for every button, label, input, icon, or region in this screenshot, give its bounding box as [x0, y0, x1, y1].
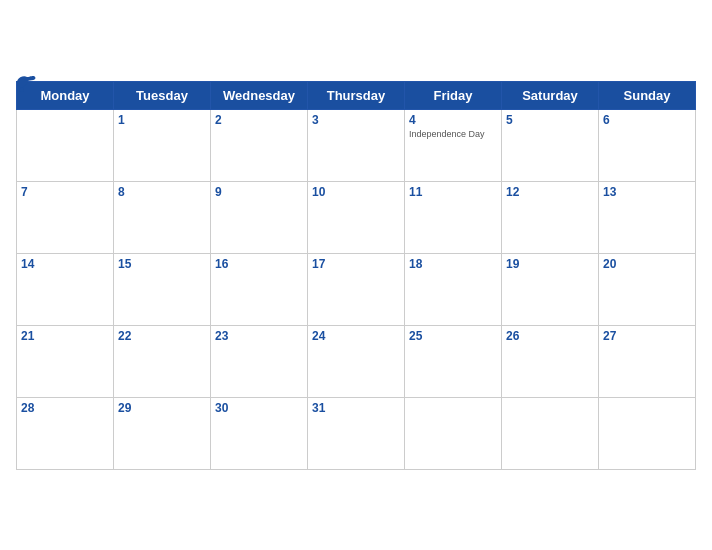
calendar-day-cell: 10 [308, 181, 405, 253]
day-number: 8 [118, 185, 206, 199]
calendar-day-cell: 19 [502, 253, 599, 325]
calendar-day-cell: 5 [502, 109, 599, 181]
calendar-day-cell: 11 [405, 181, 502, 253]
calendar-day-cell: 24 [308, 325, 405, 397]
calendar-week-row: 78910111213 [17, 181, 696, 253]
calendar-day-cell: 17 [308, 253, 405, 325]
day-number: 16 [215, 257, 303, 271]
calendar-thead: MondayTuesdayWednesdayThursdayFridaySatu… [17, 81, 696, 109]
calendar-day-cell: 12 [502, 181, 599, 253]
weekday-header-wednesday: Wednesday [211, 81, 308, 109]
day-number: 29 [118, 401, 206, 415]
calendar-day-cell [599, 397, 696, 469]
day-number: 11 [409, 185, 497, 199]
day-number: 23 [215, 329, 303, 343]
calendar-day-cell: 8 [114, 181, 211, 253]
calendar-day-cell [502, 397, 599, 469]
weekday-header-friday: Friday [405, 81, 502, 109]
calendar-day-cell: 13 [599, 181, 696, 253]
day-number: 19 [506, 257, 594, 271]
calendar-day-cell [17, 109, 114, 181]
calendar-day-cell: 1 [114, 109, 211, 181]
calendar-day-cell: 18 [405, 253, 502, 325]
calendar-container: MondayTuesdayWednesdayThursdayFridaySatu… [0, 65, 712, 486]
calendar-day-cell: 22 [114, 325, 211, 397]
calendar-day-cell: 7 [17, 181, 114, 253]
day-number: 6 [603, 113, 691, 127]
calendar-day-cell: 4Independence Day [405, 109, 502, 181]
weekday-header-sunday: Sunday [599, 81, 696, 109]
calendar-day-cell: 3 [308, 109, 405, 181]
day-number: 4 [409, 113, 497, 127]
day-number: 15 [118, 257, 206, 271]
day-number: 5 [506, 113, 594, 127]
day-number: 26 [506, 329, 594, 343]
calendar-day-cell: 29 [114, 397, 211, 469]
calendar-week-row: 21222324252627 [17, 325, 696, 397]
day-number: 27 [603, 329, 691, 343]
calendar-day-cell: 6 [599, 109, 696, 181]
calendar-day-cell: 14 [17, 253, 114, 325]
calendar-day-cell: 16 [211, 253, 308, 325]
calendar-day-cell: 21 [17, 325, 114, 397]
brand-bird-icon [16, 75, 38, 93]
day-number: 17 [312, 257, 400, 271]
day-number: 1 [118, 113, 206, 127]
calendar-day-cell: 2 [211, 109, 308, 181]
day-number: 20 [603, 257, 691, 271]
calendar-day-cell: 15 [114, 253, 211, 325]
weekday-header-row: MondayTuesdayWednesdayThursdayFridaySatu… [17, 81, 696, 109]
day-number: 31 [312, 401, 400, 415]
holiday-label: Independence Day [409, 129, 497, 140]
calendar-day-cell: 26 [502, 325, 599, 397]
brand-logo-area [16, 75, 40, 93]
day-number: 18 [409, 257, 497, 271]
calendar-day-cell: 23 [211, 325, 308, 397]
day-number: 10 [312, 185, 400, 199]
day-number: 3 [312, 113, 400, 127]
calendar-day-cell: 27 [599, 325, 696, 397]
weekday-header-thursday: Thursday [308, 81, 405, 109]
calendar-week-row: 1234Independence Day56 [17, 109, 696, 181]
day-number: 25 [409, 329, 497, 343]
calendar-day-cell: 31 [308, 397, 405, 469]
calendar-week-row: 14151617181920 [17, 253, 696, 325]
day-number: 24 [312, 329, 400, 343]
calendar-day-cell: 28 [17, 397, 114, 469]
calendar-day-cell: 25 [405, 325, 502, 397]
day-number: 9 [215, 185, 303, 199]
day-number: 12 [506, 185, 594, 199]
calendar-day-cell: 9 [211, 181, 308, 253]
calendar-day-cell: 30 [211, 397, 308, 469]
day-number: 30 [215, 401, 303, 415]
day-number: 13 [603, 185, 691, 199]
day-number: 2 [215, 113, 303, 127]
day-number: 7 [21, 185, 109, 199]
calendar-day-cell [405, 397, 502, 469]
weekday-header-tuesday: Tuesday [114, 81, 211, 109]
calendar-tbody: 1234Independence Day56789101112131415161… [17, 109, 696, 469]
calendar-day-cell: 20 [599, 253, 696, 325]
day-number: 21 [21, 329, 109, 343]
calendar-table: MondayTuesdayWednesdayThursdayFridaySatu… [16, 81, 696, 470]
calendar-week-row: 28293031 [17, 397, 696, 469]
weekday-header-saturday: Saturday [502, 81, 599, 109]
day-number: 28 [21, 401, 109, 415]
day-number: 22 [118, 329, 206, 343]
day-number: 14 [21, 257, 109, 271]
